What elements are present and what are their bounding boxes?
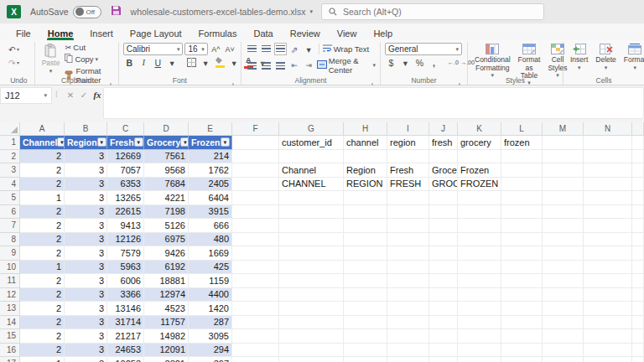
search-input[interactable] (343, 7, 511, 17)
cell-M4[interactable] (543, 178, 584, 192)
copy-button[interactable]: Copy ▾ (65, 54, 113, 65)
row-header-1[interactable]: 1 (0, 136, 20, 150)
cell-F4[interactable] (232, 178, 279, 192)
column-header-C[interactable]: C (107, 122, 144, 136)
cell-G15[interactable] (279, 329, 344, 344)
cell-L1[interactable]: frozen (501, 136, 543, 150)
cell-B17[interactable]: 3 (65, 357, 107, 362)
cell-E17[interactable]: 397 (189, 357, 232, 362)
cell-D6[interactable]: 7198 (144, 205, 189, 220)
cell-F6[interactable] (232, 205, 279, 220)
cell-G17[interactable] (279, 357, 344, 362)
cell-K14[interactable] (458, 316, 501, 330)
cell-D8[interactable]: 6975 (144, 233, 189, 247)
cell-C15[interactable]: 21217 (107, 329, 144, 344)
decrease-font-icon[interactable]: A˅ (224, 43, 236, 55)
cell-J2[interactable] (429, 150, 458, 164)
cell-H3[interactable]: Region (344, 163, 387, 178)
comma-style-icon[interactable]: , (428, 56, 440, 69)
cell-M14[interactable] (543, 316, 584, 330)
cell-B3[interactable]: 3 (65, 163, 107, 178)
cell-I8[interactable] (387, 233, 429, 247)
cell-J12[interactable] (429, 288, 458, 303)
column-header-M[interactable]: M (543, 122, 584, 136)
cell-H13[interactable] (344, 302, 387, 316)
cell-N3[interactable] (584, 163, 632, 178)
cell-B6[interactable]: 3 (65, 205, 107, 220)
cell-J15[interactable] (429, 329, 458, 344)
cell-I7[interactable] (387, 219, 429, 233)
cell-M3[interactable] (543, 163, 584, 178)
cell-D12[interactable]: 12974 (144, 288, 189, 303)
cell-F13[interactable] (232, 302, 279, 316)
cell-J7[interactable] (429, 219, 458, 233)
cell-C11[interactable]: 6006 (107, 274, 144, 288)
select-all-button[interactable] (0, 122, 20, 136)
tab-home[interactable]: Home (39, 23, 82, 40)
cell-B12[interactable]: 3 (65, 288, 107, 303)
column-header-B[interactable]: B (65, 122, 107, 136)
cell-M16[interactable] (543, 344, 584, 358)
table-header-channel[interactable]: Channel▾ (20, 136, 65, 150)
cell-L5[interactable] (501, 191, 543, 205)
cell-F15[interactable] (232, 329, 279, 344)
cell-I4[interactable]: FRESH (387, 178, 429, 192)
cell-I14[interactable] (387, 316, 429, 330)
column-header-H[interactable]: H (344, 122, 387, 136)
cell-K16[interactable] (458, 344, 501, 358)
cell-B8[interactable]: 3 (65, 233, 107, 247)
cell-D15[interactable]: 14982 (144, 329, 189, 344)
cell-H8[interactable] (344, 233, 387, 247)
undo-button[interactable]: ↶▾ (8, 43, 20, 55)
row-header-5[interactable]: 5 (0, 191, 20, 205)
cell-N16[interactable] (584, 344, 632, 358)
cell-D14[interactable]: 11757 (144, 316, 189, 330)
cell-M7[interactable] (543, 219, 584, 233)
cell-I16[interactable] (387, 344, 429, 358)
cell-C2[interactable]: 12669 (107, 150, 144, 164)
cell-C5[interactable]: 13265 (107, 191, 144, 205)
row-header-9[interactable]: 9 (0, 246, 20, 261)
cell-F1[interactable] (232, 136, 279, 150)
cell-M8[interactable] (543, 233, 584, 247)
cell-L8[interactable] (501, 233, 543, 247)
increase-indent-icon[interactable]: ⇥ (303, 59, 315, 72)
cell-A5[interactable]: 1 (20, 191, 65, 205)
currency-dropdown-icon[interactable]: ▾ (399, 56, 412, 69)
cell-L9[interactable] (501, 246, 543, 261)
cell-N2[interactable] (584, 150, 632, 164)
cell-H1[interactable]: channel (344, 136, 387, 150)
cell-K4[interactable]: FROZEN (458, 178, 501, 192)
cell-L13[interactable] (501, 302, 543, 316)
cell-N13[interactable] (584, 302, 632, 316)
cell-K11[interactable] (458, 274, 501, 288)
cell-B11[interactable]: 3 (65, 274, 107, 288)
cell-D11[interactable]: 18881 (144, 274, 189, 288)
cell-F10[interactable] (232, 261, 279, 275)
cell-L17[interactable] (501, 357, 543, 362)
cell-N8[interactable] (584, 233, 632, 247)
cell-J1[interactable]: fresh (429, 136, 458, 150)
cell-D10[interactable]: 6192 (144, 261, 189, 275)
cell-D4[interactable]: 7684 (144, 178, 189, 192)
cell-L14[interactable] (501, 316, 543, 330)
cell-G4[interactable]: CHANNEL (279, 178, 344, 192)
cell-G5[interactable] (279, 191, 344, 205)
cell-H6[interactable] (344, 205, 387, 220)
cell-L12[interactable] (501, 288, 543, 303)
cell-E5[interactable]: 6404 (189, 191, 232, 205)
cell-E16[interactable]: 294 (189, 344, 232, 358)
cell-K1[interactable]: grocery (458, 136, 501, 150)
wrap-text-button[interactable]: Wrap Text (323, 44, 369, 54)
cell-F12[interactable] (232, 288, 279, 303)
name-box[interactable]: J12 ▾ (0, 87, 52, 104)
cell-L6[interactable] (501, 205, 543, 220)
cell-L16[interactable] (501, 344, 543, 358)
filter-button-D[interactable]: ▾ (180, 137, 189, 147)
cell-M6[interactable] (543, 205, 584, 220)
cell-I1[interactable]: region (387, 136, 429, 150)
cell-B10[interactable]: 3 (65, 261, 107, 275)
cell-I13[interactable] (387, 302, 429, 316)
cell-C12[interactable]: 3366 (107, 288, 144, 303)
cell-D16[interactable]: 12091 (144, 344, 189, 358)
